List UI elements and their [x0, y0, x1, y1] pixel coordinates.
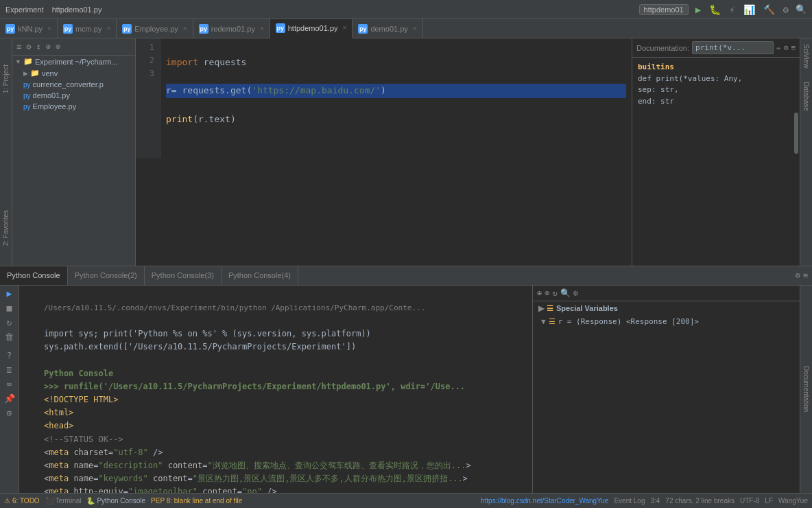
var-toolbar-icon-4[interactable]: 🔍 [560, 288, 571, 298]
status-event-log[interactable]: Event Log [614, 497, 645, 505]
var-r-arrow[interactable]: ▼ [541, 317, 546, 326]
console-list-icon[interactable]: ≣ [7, 365, 12, 375]
tab-label-httpdemo: httpdemo01.py [288, 24, 338, 32]
doc-scrollbar[interactable] [794, 113, 798, 154]
run-button[interactable]: ▶ [694, 3, 702, 16]
project-tree: ▼ 📁 Experiment ~/Pycharm... ▶ 📁 venv py … [12, 56, 135, 266]
sidebar-label-sciview[interactable]: SciView [802, 44, 810, 68]
tab-label-employee: Employee.py [134, 25, 178, 33]
status-terminal[interactable]: ⬛ Terminal [45, 497, 82, 505]
doc-def-line: def print(*values: Any, [638, 73, 794, 85]
left-sidebar-strip: 1: Project 2: Favorites [0, 38, 12, 266]
console-pin-icon[interactable]: 📌 [4, 393, 15, 404]
sidebar-icon-5[interactable]: ⊗ [54, 41, 62, 53]
code-content[interactable]: 1 2 3 import requests r= requests.get('h… [136, 38, 632, 158]
status-encoding[interactable]: UTF-8 [740, 497, 759, 505]
status-username: WangYue [778, 497, 808, 505]
doc-settings-icon[interactable]: ⚙ [784, 43, 789, 52]
status-bar: ⚠ 6: TODO ⬛ Terminal 🐍 Python Console PE… [0, 493, 812, 508]
status-console[interactable]: 🐍 Python Console [86, 497, 145, 505]
status-url: https://blog.csdn.net/StarCoder_WangYue [481, 497, 608, 505]
settings-button[interactable]: ⚙ [782, 3, 790, 16]
status-todo-label: 6: TODO [12, 497, 40, 505]
status-todo[interactable]: ⚠ 6: TODO [4, 497, 40, 505]
console-tab-3[interactable]: Python Console(3) [145, 266, 222, 285]
sidebar-label-database[interactable]: Database [802, 82, 810, 111]
tree-label-employee: Employee.py [33, 102, 77, 111]
title-bar: Experiment httpdemo01.py httpdemo01 ▶ 🐛 … [0, 0, 812, 19]
title-bar-right: httpdemo01 ▶ 🐛 ⚡ 📊 🔨 ⚙ 🔍 [639, 3, 807, 16]
tree-folder-venv: 📁 [30, 69, 40, 78]
build-button[interactable]: 🔨 [762, 3, 776, 16]
coverage-button[interactable]: ⚡ [728, 3, 736, 16]
special-vars-icon: ☰ [547, 304, 553, 313]
tab-icon-knn: py [5, 24, 15, 34]
debug-button[interactable]: 🐛 [708, 3, 722, 16]
run-config[interactable]: httpdemo01 [639, 4, 689, 15]
console-blank-1 [44, 355, 49, 365]
console-reload-icon[interactable]: ↻ [7, 317, 12, 327]
tab-mcm[interactable]: py mcm.py × [58, 19, 117, 38]
sidebar-icon-4[interactable]: ⊕ [45, 41, 52, 53]
console-clear-icon[interactable]: 🗑 [5, 332, 14, 342]
special-vars-arrow[interactable]: ▶ [538, 304, 544, 313]
tree-item-currence[interactable]: py currence_converter.p [12, 79, 135, 90]
tree-item-employee[interactable]: py Employee.py [12, 101, 135, 112]
tree-item-venv[interactable]: ▶ 📁 venv [12, 67, 135, 79]
code-text-area[interactable]: import requests r= requests.get('https:/… [160, 38, 632, 158]
sidebar-icon-1[interactable]: ≡ [15, 41, 23, 53]
doc-edit-icon[interactable]: ✏ [776, 43, 781, 52]
tab-close-demo01[interactable]: × [413, 25, 417, 32]
console-help-icon[interactable]: ? [7, 350, 12, 360]
code-line-2: r= requests.get('https://map.baidu.com/'… [166, 84, 626, 98]
special-vars-label: Special Variables [556, 304, 618, 312]
console-cog-icon[interactable]: ⚙ [7, 408, 12, 418]
status-linesep[interactable]: LF [765, 497, 773, 505]
status-position: 3:4 [650, 497, 660, 505]
tab-icon-mcm: py [63, 24, 73, 34]
doc-menu-icon[interactable]: ≡ [791, 43, 796, 52]
tab-close-knn[interactable]: × [47, 25, 51, 32]
search-button[interactable]: 🔍 [796, 4, 807, 14]
console-output[interactable]: /Users/a10.11.5/.conda/envs/Experiment/b… [19, 286, 532, 494]
console-stop-icon[interactable]: ■ [7, 303, 12, 313]
doc-param-end: end: str [638, 96, 794, 108]
tree-item-demo01[interactable]: py demo01.py [12, 90, 135, 101]
tab-employee[interactable]: py Employee.py × [117, 19, 193, 38]
console-tab-4[interactable]: Python Console(4) [222, 266, 298, 285]
tab-close-mcm[interactable]: × [106, 25, 110, 32]
console-menu-icon[interactable]: ≡ [803, 270, 808, 280]
var-toolbar-icon-5[interactable]: ⚙ [573, 288, 578, 298]
console-run-icon[interactable]: ▶ [7, 288, 12, 299]
tab-close-employee[interactable]: × [183, 25, 187, 32]
tab-knn[interactable]: py kNN.py × [0, 19, 58, 38]
console-section-title: Python Console [44, 369, 113, 378]
sidebar-label-project[interactable]: 1: Project [2, 65, 10, 93]
console-loop-icon[interactable]: ∞ [7, 379, 12, 389]
tab-httpdemo[interactable]: py httpdemo01.py × [270, 19, 353, 38]
console-tabs: Python Console Python Console(2) Python … [0, 266, 812, 286]
sidebar-label-favorites[interactable]: 2: Favorites [2, 210, 10, 246]
var-item-r[interactable]: ▼ ☰ r = (Response) <Response [200]> [538, 316, 794, 327]
var-toolbar-icon-2[interactable]: ⊗ [545, 288, 549, 298]
var-toolbar-icon-1[interactable]: ⊕ [537, 288, 542, 298]
console-meta-desc: <meta name="description" content="浏览地图、搜… [44, 461, 471, 470]
sidebar-icon-3[interactable]: ↕ [34, 41, 42, 53]
console-tab-1-label: Python Console [7, 271, 60, 279]
var-toolbar-icon-3[interactable]: ↻ [552, 288, 557, 298]
sidebar-label-documentation[interactable]: Documentation [802, 366, 810, 412]
sidebar-toolbar: ≡ ⚙ ↕ ⊕ ⊗ [12, 38, 135, 56]
console-tab-2[interactable]: Python Console(2) [68, 266, 145, 285]
console-settings-icon[interactable]: ⚙ [796, 270, 800, 280]
tree-arrow-root: ▼ [15, 58, 21, 65]
status-bar-right: https://blog.csdn.net/StarCoder_WangYue … [481, 497, 808, 505]
tab-redemo[interactable]: py redemo01.py × [193, 19, 270, 38]
tab-close-redemo[interactable]: × [260, 25, 264, 32]
doc-search-input[interactable] [692, 41, 774, 54]
tree-project-root[interactable]: ▼ 📁 Experiment ~/Pycharm... [12, 56, 135, 67]
sidebar-icon-2[interactable]: ⚙ [25, 41, 32, 53]
profile-button[interactable]: 📊 [742, 3, 756, 16]
console-tab-1[interactable]: Python Console [0, 266, 68, 285]
tab-demo01[interactable]: py demo01.py × [353, 19, 422, 38]
tab-close-httpdemo[interactable]: × [343, 24, 347, 32]
